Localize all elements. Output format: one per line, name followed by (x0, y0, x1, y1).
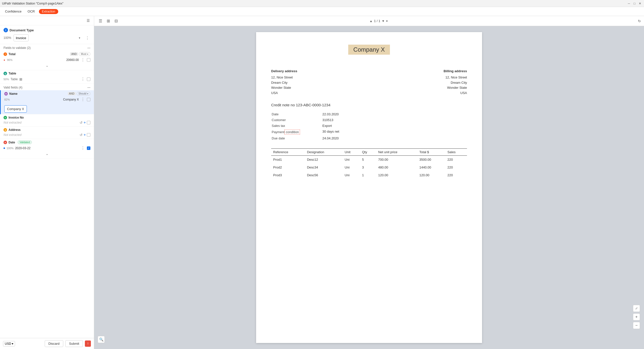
table-cell: Uni (343, 163, 360, 171)
refresh-button[interactable]: ↻ (638, 19, 641, 23)
total-must-badge[interactable]: Must ▾ (79, 52, 90, 56)
minimize-button[interactable]: ─ (627, 2, 631, 6)
col-unit: Unit (343, 148, 360, 155)
date-badge: e (4, 141, 7, 144)
zoom-out-button[interactable]: − (633, 322, 640, 329)
doc-type-confidence: 100% (4, 36, 12, 40)
reject-button[interactable]: ! (85, 340, 91, 347)
address-checkbox[interactable] (87, 133, 90, 137)
submit-button[interactable]: Submit (65, 340, 83, 347)
zoom-controls: ⤢ + − (633, 305, 640, 329)
fields-panel: Fields to validate (2) — i Total AND Mus… (0, 44, 94, 338)
table-cell: Prod2 (271, 163, 305, 171)
billing-country: USA (444, 91, 467, 96)
billing-city: Dream City (444, 80, 467, 85)
total-warn-icon: ● (4, 58, 5, 61)
col-net-unit-price: Net unit price (376, 148, 417, 155)
table-row: Due date 24.04.2020 (272, 136, 466, 141)
invoice-no-add[interactable]: + (84, 120, 86, 125)
page-nav: ▲ 1 / 1 ▼ ▾ (370, 19, 388, 23)
name-value: Company X (63, 98, 79, 101)
name-menu-dots[interactable]: ⋮ (80, 97, 86, 102)
document-type-section: i Document Type 100% Invoice ⋮ (0, 25, 94, 44)
delivery-country: USA (271, 91, 297, 96)
date-name-row: e Date Validated (4, 140, 32, 144)
window-controls: ─ □ ✕ (627, 2, 642, 6)
fit-screen-button[interactable]: ⤢ (633, 305, 640, 312)
date-dot-icon (4, 147, 5, 149)
table-menu-dots[interactable]: ⋮ (80, 76, 86, 82)
tab-extraction[interactable]: Extraction (39, 9, 58, 14)
total-checkbox[interactable] (87, 58, 90, 62)
name-field-name-row: m Name (4, 92, 18, 96)
bottom-bar: USD ▾ Discard Submit ! (0, 338, 94, 349)
toolbar-layout-button[interactable]: ⊞ (105, 18, 111, 24)
date-value-cell: 22.03.2020 (322, 112, 466, 117)
name-should-badge[interactable]: Should ▾ (77, 92, 90, 96)
date-chevron-icon: ⌄ (46, 152, 48, 156)
invoice-no-checkbox[interactable] (87, 121, 90, 124)
zoom-search-button[interactable]: 🔍 (98, 336, 105, 343)
maximize-button[interactable]: □ (632, 2, 636, 6)
table-field-header: q Table (4, 72, 90, 75)
table-cell: Prod3 (271, 171, 305, 179)
page-current: 1 (374, 19, 376, 23)
close-button[interactable]: ✕ (638, 2, 642, 6)
date-menu-dots[interactable]: ⋮ (80, 145, 86, 151)
payment-condition-box: condition (284, 130, 300, 134)
zoom-in-button[interactable]: + (633, 313, 640, 320)
table-field-badge: q (4, 72, 7, 75)
date-checkbox[interactable]: ✓ (87, 146, 90, 150)
name-checkbox[interactable] (87, 98, 90, 101)
page-prev-button[interactable]: ▲ (370, 19, 373, 23)
address-value: Not extracted (4, 133, 21, 137)
filter-icon: ☰ (87, 19, 90, 23)
page-dropdown-button[interactable]: ▾ (386, 19, 388, 23)
tab-confidence[interactable]: Confidence (3, 9, 24, 14)
valid-fields-collapse[interactable]: — (87, 86, 90, 89)
page-next-button[interactable]: ▼ (382, 19, 385, 23)
table-checkbox[interactable] (87, 77, 90, 81)
due-date-label-cell: Due date (272, 136, 322, 141)
table-cell: 220 (445, 163, 467, 171)
filter-button[interactable]: ☰ (86, 18, 91, 24)
address-field-header: a Address (4, 128, 90, 132)
discard-button[interactable]: Discard (45, 340, 63, 347)
total-field-actions: AND Must ▾ (70, 52, 90, 56)
invoice-no-undo[interactable]: ↺ (80, 121, 83, 125)
left-panel: ☰ i Document Type 100% Invoice ⋮ (0, 16, 94, 349)
date-expand-chevron[interactable]: ⌄ (4, 151, 90, 157)
address-name: Address (9, 128, 21, 132)
name-confidence: 82% (4, 98, 10, 101)
address-add[interactable]: + (84, 133, 86, 137)
total-menu-dots[interactable]: ⋮ (80, 57, 86, 63)
doc-type-badge: i (4, 28, 8, 32)
doc-type-select[interactable]: Invoice (14, 34, 29, 41)
table-row: Prod2Desc34Uni3480.001440.00220 (271, 163, 467, 171)
titlebar: UiPath Validation Station "CompX-page1Al… (0, 0, 644, 7)
toolbar-hamburger-button[interactable]: ☰ (97, 18, 104, 24)
total-expand-chevron[interactable]: ⌄ (4, 63, 90, 68)
address-undo[interactable]: ↺ (80, 133, 83, 137)
toolbar-view-button[interactable]: ⊟ (113, 18, 119, 24)
total-confidence: ● 96% (4, 58, 13, 61)
chevron-down-icon: ⌄ (46, 64, 48, 67)
viewer-toolbar: ☰ ⊞ ⊟ ▲ 1 / 1 ▼ ▾ ↻ (94, 16, 644, 26)
date-right-actions: ⋮ ✓ (80, 145, 90, 151)
doc-type-menu[interactable]: ⋮ (84, 35, 90, 41)
table-cell: 480.00 (376, 163, 417, 171)
tab-bar: Confidence OCR Extraction (0, 7, 644, 16)
delivery-address-title: Delivery address (271, 69, 297, 74)
table-row: Customer 310513 (272, 117, 466, 123)
table-cell: Desc56 (305, 171, 343, 179)
address-right-actions: ↺ + (80, 133, 90, 137)
invoice-no-header: v Invoice No (4, 116, 90, 119)
customer-value-cell: 310513 (322, 117, 466, 123)
tab-ocr[interactable]: OCR (26, 9, 37, 14)
currency-select[interactable]: USD ▾ (3, 341, 15, 346)
fields-to-validate-collapse[interactable]: — (87, 46, 90, 50)
table-grid-icon[interactable]: ⊞ (19, 77, 22, 81)
date-validated-badge: Validated (18, 140, 32, 144)
col-designation: Designation (305, 148, 343, 155)
page-total: 1 (379, 19, 380, 23)
